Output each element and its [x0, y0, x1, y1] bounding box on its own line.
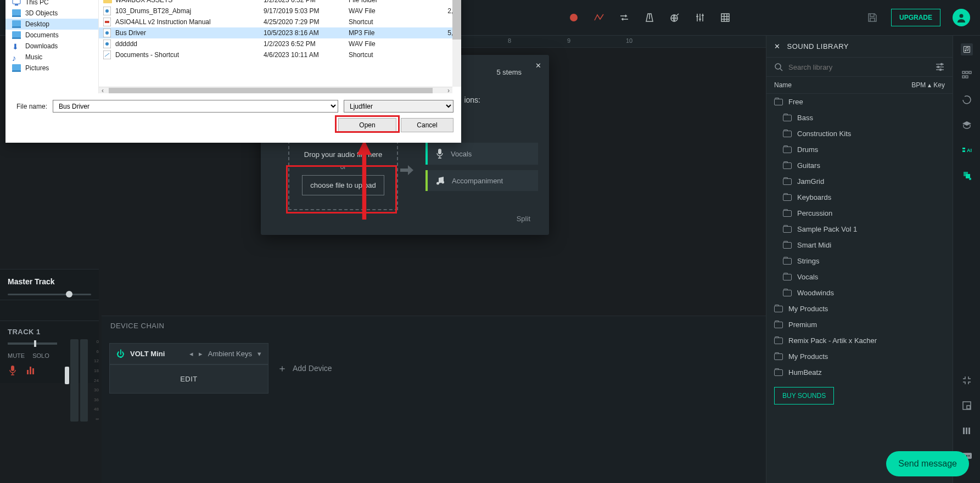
filename-input[interactable]: Bus Driver: [53, 100, 338, 113]
record-arm-icon[interactable]: [8, 364, 18, 377]
loop-icon[interactable]: [618, 11, 631, 24]
svg-rect-37: [12, 9, 21, 15]
master-volume-slider[interactable]: [8, 294, 91, 295]
metronome-icon[interactable]: [643, 11, 656, 24]
library-folder[interactable]: Drums: [766, 142, 953, 158]
split-tab-icon[interactable]: [961, 170, 973, 182]
library-folder[interactable]: JamGrid: [766, 173, 953, 189]
shrink-icon[interactable]: [961, 374, 973, 386]
svg-point-7: [941, 64, 943, 65]
svg-rect-39: [12, 20, 21, 26]
library-folder[interactable]: My Products: [766, 301, 953, 317]
power-icon[interactable]: ⏻: [116, 349, 125, 358]
library-folder[interactable]: HumBeatz: [766, 364, 953, 380]
library-folder[interactable]: Vocals: [766, 269, 953, 285]
loops-tab-icon[interactable]: [961, 69, 973, 81]
svg-rect-19: [962, 150, 965, 152]
file-row[interactable]: WAMBOX ASSETS1/2/2023 6:52 PMFile folder: [99, 0, 461, 5]
library-folder[interactable]: Woodwinds: [766, 285, 953, 301]
library-folder[interactable]: Sample Pack Vol 1: [766, 221, 953, 237]
svg-point-29: [968, 455, 969, 456]
svg-rect-40: [12, 26, 21, 28]
sidebar-location[interactable]: ♪Music: [5, 52, 98, 63]
add-device-button[interactable]: ＋ Add Device: [268, 343, 341, 394]
search-input[interactable]: [788, 63, 929, 71]
file-row[interactable]: ASIO4ALL v2 Instruction Manual4/25/2020 …: [99, 16, 461, 27]
mixer-icon[interactable]: [693, 11, 707, 24]
folder-icon: [783, 226, 792, 233]
file-type: MP3 File: [349, 29, 415, 37]
close-icon[interactable]: ✕: [774, 42, 781, 50]
automation-icon[interactable]: [592, 11, 606, 24]
folder-label: Remix Pack - Artik x Kacher: [788, 336, 877, 345]
sidebar-location[interactable]: 3D Objects: [5, 8, 98, 19]
prev-preset-icon[interactable]: ◂: [189, 350, 193, 358]
file-row[interactable]: 103_Drums_BT28_Abmaj9/17/2019 5:03 PMWAV…: [99, 5, 461, 16]
file-date: 4/6/2023 10:11 AM: [264, 51, 349, 59]
library-folder[interactable]: Percussion: [766, 205, 953, 221]
filter-icon[interactable]: [935, 62, 945, 72]
edit-button[interactable]: EDIT: [110, 364, 268, 393]
ai-tab-icon[interactable]: AI: [961, 144, 973, 156]
save-icon[interactable]: [866, 11, 879, 24]
folder-icon: [783, 194, 792, 201]
eq-icon[interactable]: [25, 364, 36, 377]
svg-rect-38: [12, 15, 21, 17]
svg-rect-24: [966, 428, 967, 434]
record-button[interactable]: [567, 11, 580, 24]
folder-label: Construction Kits: [797, 130, 851, 138]
fader[interactable]: [65, 367, 69, 384]
filetype-select[interactable]: Ljudfiler: [344, 100, 453, 113]
file-row[interactable]: Documents - Shortcut4/6/2023 10:11 AMSho…: [99, 49, 461, 60]
cancel-button[interactable]: Cancel: [401, 118, 453, 132]
horizontal-scrollbar[interactable]: ‹›: [99, 87, 452, 93]
undo-icon[interactable]: [961, 94, 973, 106]
next-preset-icon[interactable]: ▸: [199, 350, 203, 358]
track-pan-slider[interactable]: [8, 342, 57, 345]
library-folder[interactable]: Smart Midi: [766, 237, 953, 253]
library-folder[interactable]: Strings: [766, 253, 953, 269]
library-folder[interactable]: Guitars: [766, 158, 953, 173]
upgrade-button[interactable]: UPGRADE: [891, 9, 940, 26]
piano-icon[interactable]: [961, 425, 973, 437]
file-row[interactable]: dddddd1/2/2023 6:52 PMWAV File3: [99, 38, 461, 49]
svg-rect-13: [962, 71, 965, 74]
buy-sounds-button[interactable]: BUY SOUNDS: [774, 387, 834, 405]
preset-dropdown-icon[interactable]: ▾: [257, 350, 261, 358]
sidebar-location[interactable]: This PC: [5, 0, 98, 8]
col-key[interactable]: Key: [933, 81, 945, 89]
grid-icon[interactable]: [719, 11, 732, 24]
file-row[interactable]: Bus Driver10/5/2023 8:16 AMMP3 File5,5: [99, 27, 461, 38]
library-folder[interactable]: My Products: [766, 349, 953, 364]
right-rail: AI: [953, 36, 980, 483]
library-folder[interactable]: Keyboards: [766, 189, 953, 205]
library-folder[interactable]: Bass: [766, 110, 953, 126]
library-folder[interactable]: Premium: [766, 317, 953, 333]
sidebar-location[interactable]: Documents: [5, 30, 98, 41]
library-folder[interactable]: Construction Kits: [766, 126, 953, 142]
svg-rect-25: [968, 428, 970, 434]
education-icon[interactable]: [961, 119, 973, 131]
expand-icon[interactable]: [961, 400, 973, 412]
library-folder[interactable]: Free: [766, 94, 953, 110]
avatar[interactable]: [953, 9, 970, 26]
close-icon[interactable]: ✕: [535, 61, 541, 70]
solo-button[interactable]: SOLO: [32, 352, 49, 359]
preset-name[interactable]: Ambient Keys: [208, 350, 252, 358]
sidebar-location[interactable]: ⬇Downloads: [5, 41, 98, 52]
sidebar-location[interactable]: Pictures: [5, 63, 98, 74]
accompaniment-target: Accompaniment: [425, 170, 538, 191]
svg-rect-2: [11, 366, 14, 371]
ruler-mark: 8: [508, 37, 511, 44]
file-name: Documents - Shortcut: [115, 51, 264, 59]
sidebar-location[interactable]: Desktop: [5, 19, 98, 30]
library-tab-icon[interactable]: [961, 43, 973, 55]
mute-button[interactable]: MUTE: [8, 352, 25, 359]
location-label: Pictures: [25, 64, 49, 72]
col-bpm[interactable]: BPM: [911, 81, 926, 89]
globe-icon[interactable]: [668, 11, 681, 24]
col-name[interactable]: Name: [774, 81, 911, 89]
vertical-scrollbar[interactable]: [452, 0, 461, 87]
library-folder[interactable]: Remix Pack - Artik x Kacher: [766, 333, 953, 349]
send-message-button[interactable]: Send message: [886, 451, 969, 476]
